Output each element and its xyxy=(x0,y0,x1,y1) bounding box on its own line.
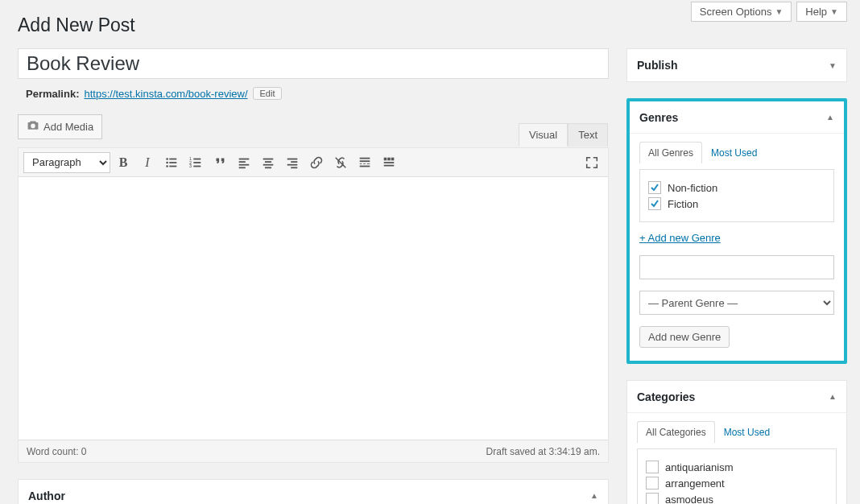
editor-statusbar: Word count: 0 Draft saved at 3:34:19 am. xyxy=(19,440,608,462)
unlink-button[interactable] xyxy=(329,151,352,174)
author-box-title: Author xyxy=(28,490,65,502)
svg-rect-2 xyxy=(169,158,176,159)
genres-title: Genres xyxy=(639,111,678,124)
category-label: antiquarianism xyxy=(665,461,734,473)
help-label: Help xyxy=(805,6,827,18)
chevron-down-icon: ▼ xyxy=(830,7,838,16)
checkbox-empty-icon[interactable] xyxy=(646,477,659,490)
category-label: asmodeus xyxy=(665,494,713,505)
help-button[interactable]: Help ▼ xyxy=(796,2,847,22)
bullet-list-button[interactable] xyxy=(160,151,183,174)
permalink-row: Permalink: https://test.kinsta.com/book-… xyxy=(18,87,609,100)
editor-content-area[interactable] xyxy=(19,177,608,440)
page-title: Add New Post xyxy=(18,14,135,36)
svg-rect-18 xyxy=(265,161,271,163)
genre-label: Non-fiction xyxy=(668,182,717,194)
align-left-button[interactable] xyxy=(233,151,255,174)
svg-rect-20 xyxy=(265,167,271,168)
categories-list: antiquarianism arrangement asmodeus plac… xyxy=(637,448,837,504)
svg-rect-15 xyxy=(239,163,250,165)
svg-point-3 xyxy=(166,161,168,163)
format-select[interactable]: Paragraph xyxy=(23,152,110,173)
tab-text[interactable]: Text xyxy=(568,123,608,147)
category-item[interactable]: asmodeus xyxy=(646,493,828,504)
svg-rect-33 xyxy=(387,157,391,160)
svg-rect-27 xyxy=(360,160,370,162)
blockquote-button[interactable] xyxy=(209,151,231,174)
svg-rect-32 xyxy=(384,157,387,160)
checkbox-empty-icon[interactable] xyxy=(646,493,659,504)
draft-saved: Draft saved at 3:34:19 am. xyxy=(486,446,600,457)
svg-rect-30 xyxy=(367,163,370,163)
read-more-button[interactable] xyxy=(354,151,376,174)
toolbar-toggle-button[interactable] xyxy=(378,151,400,174)
svg-rect-6 xyxy=(169,165,176,167)
chevron-up-icon[interactable]: ▲ xyxy=(590,491,598,500)
svg-rect-16 xyxy=(239,167,246,168)
svg-rect-14 xyxy=(239,161,246,163)
tab-visual[interactable]: Visual xyxy=(519,123,568,147)
screen-options-button[interactable]: Screen Options ▼ xyxy=(691,2,792,22)
camera-icon xyxy=(27,119,39,134)
new-genre-input[interactable] xyxy=(639,255,834,279)
svg-rect-17 xyxy=(263,158,274,159)
svg-rect-26 xyxy=(360,157,370,159)
add-media-button[interactable]: Add Media xyxy=(18,114,102,139)
bold-button[interactable]: B xyxy=(112,151,134,174)
add-new-genre-button[interactable]: Add new Genre xyxy=(639,326,730,348)
chevron-down-icon: ▼ xyxy=(775,7,783,16)
italic-button[interactable]: I xyxy=(136,151,159,174)
svg-rect-36 xyxy=(384,164,395,166)
permalink-label: Permalink: xyxy=(26,88,79,100)
svg-rect-12 xyxy=(193,165,201,167)
svg-rect-34 xyxy=(391,157,395,160)
screen-options-label: Screen Options xyxy=(700,6,772,18)
permalink-url[interactable]: https://test.kinsta.com/book-review/ xyxy=(84,88,247,100)
svg-text:3: 3 xyxy=(189,163,192,168)
svg-rect-10 xyxy=(193,162,201,163)
checkbox-checked-icon[interactable] xyxy=(648,181,661,194)
add-media-label: Add Media xyxy=(43,121,93,133)
chevron-down-icon[interactable]: ▼ xyxy=(829,61,837,70)
word-count: Word count: 0 xyxy=(27,446,86,457)
edit-permalink-button[interactable]: Edit xyxy=(253,87,283,100)
categories-title: Categories xyxy=(637,390,695,403)
tab-all-genres[interactable]: All Genres xyxy=(639,142,702,163)
add-new-genre-link[interactable]: + Add new Genre xyxy=(639,232,721,244)
svg-rect-24 xyxy=(291,167,297,168)
genre-item[interactable]: Fiction xyxy=(648,197,825,210)
post-title-input[interactable] xyxy=(18,48,609,79)
svg-rect-21 xyxy=(287,158,298,159)
genre-label: Fiction xyxy=(668,198,698,210)
checkbox-empty-icon[interactable] xyxy=(646,461,659,473)
svg-rect-13 xyxy=(239,158,250,159)
category-item[interactable]: antiquarianism xyxy=(646,461,828,473)
svg-rect-23 xyxy=(287,163,298,165)
tab-all-categories[interactable]: All Categories xyxy=(637,421,715,443)
category-item[interactable]: arrangement xyxy=(646,477,828,490)
checkbox-checked-icon[interactable] xyxy=(648,197,661,210)
svg-point-5 xyxy=(166,165,168,167)
chevron-up-icon[interactable]: ▲ xyxy=(826,113,834,122)
toolbar: Paragraph B I 123 xyxy=(19,148,608,177)
genre-item[interactable]: Non-fiction xyxy=(648,181,825,194)
genres-list: Non-fiction Fiction xyxy=(639,169,834,222)
align-right-button[interactable] xyxy=(281,151,304,174)
parent-genre-select[interactable]: — Parent Genre — xyxy=(639,291,834,315)
svg-point-0 xyxy=(29,123,30,124)
link-button[interactable] xyxy=(305,151,328,174)
svg-rect-4 xyxy=(169,162,176,163)
tab-most-used-categories[interactable]: Most Used xyxy=(715,421,779,443)
ordered-list-button[interactable]: 123 xyxy=(184,151,207,174)
svg-rect-31 xyxy=(360,165,370,167)
fullscreen-button[interactable] xyxy=(581,151,603,174)
chevron-up-icon[interactable]: ▲ xyxy=(829,392,837,401)
svg-rect-22 xyxy=(291,161,297,163)
svg-rect-28 xyxy=(360,163,362,163)
genres-postbox: Genres ▲ All Genres Most Used Non-fictio… xyxy=(626,98,847,364)
editor-wrap: Visual Text Paragraph B I 123 xyxy=(18,147,609,463)
tab-most-used-genres[interactable]: Most Used xyxy=(702,142,766,163)
svg-rect-29 xyxy=(363,163,366,163)
svg-rect-8 xyxy=(193,158,201,159)
align-center-button[interactable] xyxy=(257,151,279,174)
